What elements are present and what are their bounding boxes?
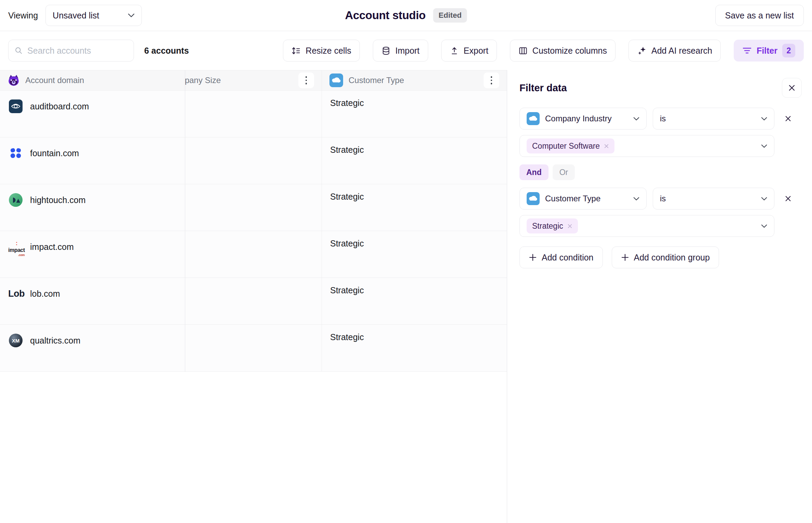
condition-operator-value: is (660, 114, 756, 123)
customer-type-cell[interactable]: Strategic (322, 231, 507, 278)
company-size-cell[interactable] (185, 137, 322, 184)
toolbar: 6 accounts Resize cells Import Export Cu… (0, 31, 812, 70)
account-domain-cell[interactable]: fountain.com (0, 137, 185, 160)
column-menu-button[interactable] (484, 72, 499, 88)
chevron-down-icon (761, 144, 767, 148)
customer-type-cell[interactable]: Strategic (322, 137, 507, 184)
chevron-down-icon (128, 13, 135, 17)
condition-value-dropdown[interactable]: Strategic (519, 215, 774, 237)
condition-operator-dropdown[interactable]: is (653, 188, 774, 210)
account-domain-cell[interactable]: XM qualtrics.com (0, 325, 185, 347)
condition-remove-button[interactable] (781, 111, 796, 126)
filter-count-badge: 2 (782, 44, 795, 57)
top-bar: Viewing Unsaved list Account studio Edit… (0, 0, 812, 31)
filter-panel-title: Filter data (519, 82, 567, 94)
value-chip: Computer Software (527, 138, 614, 153)
company-size-cell[interactable] (185, 278, 322, 324)
import-label: Import (395, 46, 420, 56)
condition-field-dropdown[interactable]: Company Industry (519, 108, 647, 130)
column-label: Customer Type (349, 76, 404, 85)
customer-type-cell[interactable]: Strategic (322, 91, 507, 137)
company-size-cell[interactable] (185, 184, 322, 231)
account-domain: impact.com (30, 242, 74, 252)
search-box (8, 40, 134, 62)
value-chip-label: Computer Software (532, 142, 600, 151)
clay-raccoon-icon (8, 74, 20, 86)
customize-columns-label: Customize columns (532, 46, 607, 56)
save-as-new-list-button[interactable]: Save as a new list (715, 5, 804, 26)
impact-logo: :impact.com (8, 240, 23, 254)
column-header-account-domain[interactable]: Account domain (0, 70, 185, 90)
import-button[interactable]: Import (373, 40, 428, 62)
filter-panel-close-button[interactable] (782, 78, 802, 98)
salesforce-icon (527, 192, 540, 205)
viewing-label: Viewing (8, 11, 38, 21)
condition-field-value: Company Industry (545, 114, 628, 123)
table-row: XM qualtrics.com Strategic (0, 325, 507, 372)
edited-badge: Edited (433, 8, 467, 23)
and-toggle-button[interactable]: And (519, 164, 549, 180)
account-domain-cell[interactable]: :impact.com impact.com (0, 231, 185, 254)
and-or-toggle: And Or (519, 164, 802, 180)
chevron-down-icon (761, 224, 767, 228)
condition-operator-dropdown[interactable]: is (653, 108, 774, 130)
customize-columns-button[interactable]: Customize columns (510, 40, 615, 62)
close-icon (788, 84, 796, 92)
close-icon (784, 115, 792, 122)
column-header-company-size[interactable]: Company Size (185, 70, 322, 90)
lob-logo: Lob (8, 287, 23, 300)
list-selector-dropdown[interactable]: Unsaved list (45, 5, 142, 26)
company-size-cell[interactable] (185, 325, 322, 371)
or-toggle-button[interactable]: Or (553, 164, 575, 180)
auditboard-logo (8, 99, 23, 113)
salesforce-icon (527, 112, 540, 125)
add-ai-research-button[interactable]: Add AI research (628, 40, 721, 62)
chevron-down-icon (633, 197, 639, 201)
chevron-down-icon (761, 117, 767, 121)
plus-icon (529, 253, 537, 262)
search-icon (15, 46, 23, 55)
table-empty-space (0, 372, 507, 523)
chip-remove-icon[interactable] (604, 144, 609, 149)
column-menu-button[interactable] (298, 72, 314, 88)
close-icon (784, 195, 792, 202)
account-domain-cell[interactable]: hightouch.com (0, 184, 185, 207)
account-domain: fountain.com (30, 148, 79, 158)
database-icon (381, 46, 391, 55)
company-size-cell[interactable] (185, 91, 322, 137)
resize-cells-button[interactable]: Resize cells (283, 40, 360, 62)
upload-icon (450, 46, 459, 55)
chip-remove-icon[interactable] (567, 224, 572, 229)
condition-remove-button[interactable] (781, 191, 796, 206)
condition-value-dropdown[interactable]: Computer Software (519, 135, 774, 157)
resize-cells-icon (292, 46, 301, 55)
list-selector-value: Unsaved list (53, 11, 99, 21)
columns-icon (518, 46, 528, 55)
accounts-count: 6 accounts (144, 46, 189, 56)
account-domain-cell[interactable]: auditboard.com (0, 91, 185, 113)
value-chip-label: Strategic (532, 222, 563, 231)
account-domain: lob.com (30, 289, 60, 299)
condition-field-dropdown[interactable]: Customer Type (519, 188, 647, 210)
table-row: auditboard.com Strategic (0, 91, 507, 137)
add-condition-button[interactable]: Add condition (519, 246, 603, 268)
hightouch-logo (8, 193, 23, 207)
column-header-customer-type[interactable]: Customer Type (322, 70, 507, 90)
customer-type-cell[interactable]: Strategic (322, 184, 507, 231)
filter-condition-row: Company Industry is (519, 108, 802, 130)
clipped-column-label: Company Size (185, 76, 293, 85)
filter-button[interactable]: Filter 2 (734, 40, 804, 62)
account-domain-cell[interactable]: Lob lob.com (0, 278, 185, 300)
sparkles-icon (637, 46, 647, 55)
search-input[interactable] (27, 46, 127, 56)
account-domain: auditboard.com (30, 102, 89, 111)
table-row: :impact.com impact.com Strategic (0, 231, 507, 278)
company-size-cell[interactable] (185, 231, 322, 278)
add-condition-group-button[interactable]: Add condition group (612, 246, 719, 268)
filter-condition-row: Customer Type is (519, 188, 802, 210)
export-button[interactable]: Export (441, 40, 497, 62)
customer-type-cell[interactable]: Strategic (322, 325, 507, 371)
account-domain: hightouch.com (30, 195, 86, 205)
customer-type-cell[interactable]: Strategic (322, 278, 507, 324)
filter-panel: Filter data Company Industry is (507, 70, 812, 523)
